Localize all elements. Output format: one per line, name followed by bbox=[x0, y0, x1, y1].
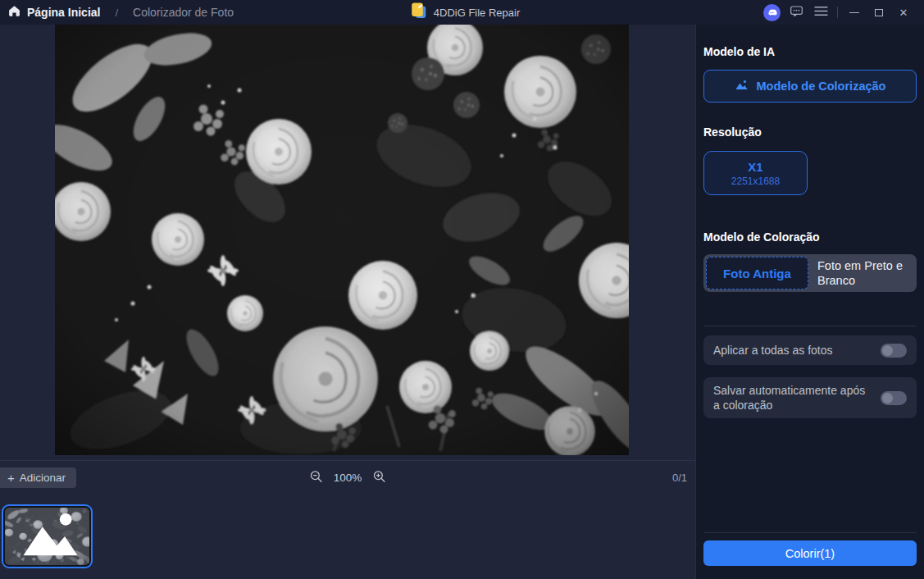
zoom-controls: 100% bbox=[310, 470, 386, 486]
breadcrumb-home-label: Página Inicial bbox=[27, 6, 100, 19]
discord-button[interactable] bbox=[759, 0, 784, 25]
settings-sidebar: Modelo de IA Modelo de Colorização Resol… bbox=[695, 25, 924, 579]
switch-knob bbox=[882, 345, 893, 356]
colorization-model-label: Modelo de Colorização bbox=[757, 80, 886, 93]
maximize-button[interactable] bbox=[867, 0, 891, 25]
home-icon bbox=[8, 5, 20, 20]
breadcrumb-home[interactable]: Página Inicial bbox=[8, 5, 100, 20]
app-window: Página Inicial / Colorizador de Foto 4DD… bbox=[0, 0, 924, 579]
thumbnail-image: 1x bbox=[5, 508, 89, 565]
viewer-toolbar: + Adicionar 100% 0/1 bbox=[0, 460, 695, 495]
switch-knob bbox=[882, 393, 893, 403]
minimize-icon bbox=[849, 12, 859, 13]
photo-preview bbox=[55, 25, 629, 455]
color-model-heading: Modelo de Coloração bbox=[703, 230, 917, 244]
app-title: 4DDiG File Repair bbox=[411, 2, 520, 22]
photo-counter: 0/1 bbox=[672, 472, 695, 484]
add-photo-button[interactable]: + Adicionar bbox=[0, 467, 76, 488]
feedback-button[interactable] bbox=[784, 0, 808, 25]
zoom-in-icon[interactable] bbox=[372, 470, 385, 486]
option-old-photo[interactable]: Foto Antiga bbox=[706, 257, 808, 290]
image-icon bbox=[8, 508, 89, 563]
thumbnail-selected[interactable]: 1x bbox=[2, 504, 93, 568]
breadcrumb: Página Inicial / Colorizador de Foto bbox=[0, 5, 234, 20]
titlebar: Página Inicial / Colorizador de Foto 4DD… bbox=[0, 0, 924, 25]
sidebar-bottom-divider bbox=[703, 532, 917, 533]
zoom-out-icon[interactable] bbox=[310, 470, 323, 486]
apply-all-switch[interactable] bbox=[881, 344, 907, 358]
breadcrumb-current: Colorizador de Foto bbox=[133, 6, 234, 19]
menu-button[interactable] bbox=[808, 0, 833, 25]
discord-icon bbox=[763, 4, 781, 21]
picture-icon bbox=[735, 79, 749, 93]
zoom-level: 100% bbox=[334, 472, 362, 484]
breadcrumb-separator: / bbox=[115, 7, 118, 19]
color-model-segmented-control: Foto Antiga Foto em Preto e Branco bbox=[703, 254, 917, 292]
plus-icon: + bbox=[7, 472, 15, 484]
close-icon: ✕ bbox=[899, 7, 908, 18]
resolution-scale-label: X1 bbox=[748, 160, 762, 174]
window-controls: ✕ bbox=[759, 0, 924, 25]
resolution-x1-button[interactable]: X1 2251x1688 bbox=[703, 151, 808, 195]
menu-icon bbox=[814, 5, 828, 20]
resolution-dimensions-label: 2251x1688 bbox=[731, 176, 780, 187]
ai-model-heading: Modelo de IA bbox=[703, 45, 917, 58]
sidebar-divider bbox=[703, 326, 917, 326]
minimize-button[interactable] bbox=[842, 0, 867, 25]
chat-icon bbox=[790, 4, 803, 21]
autosave-switch[interactable] bbox=[881, 391, 907, 405]
thumbnail-scale-badge: 1x bbox=[5, 508, 89, 565]
app-logo-icon bbox=[411, 2, 426, 22]
app-title-label: 4DDiG File Repair bbox=[434, 7, 520, 19]
colorization-model-button[interactable]: Modelo de Colorização bbox=[703, 70, 917, 103]
option-bw-photo[interactable]: Foto em Preto e Branco bbox=[808, 257, 914, 290]
apply-all-label: Aplicar a todas as fotos bbox=[713, 344, 833, 357]
close-button[interactable]: ✕ bbox=[891, 0, 916, 25]
autosave-toggle-row[interactable]: Salvar automaticamente após a coloração bbox=[703, 377, 917, 418]
colorize-button[interactable]: Colorir(1) bbox=[703, 540, 917, 566]
resolution-heading: Resolução bbox=[703, 125, 917, 139]
autosave-label: Salvar automaticamente após a coloração bbox=[713, 383, 872, 413]
titlebar-divider bbox=[837, 7, 838, 18]
maximize-icon bbox=[875, 9, 883, 16]
sidebar-spacer bbox=[703, 418, 917, 532]
main-area: + Adicionar 100% 0/1 bbox=[0, 25, 924, 579]
photo-workspace: + Adicionar 100% 0/1 bbox=[0, 25, 695, 579]
apply-all-toggle-row[interactable]: Aplicar a todas as fotos bbox=[703, 335, 917, 365]
add-photo-label: Adicionar bbox=[20, 472, 66, 484]
